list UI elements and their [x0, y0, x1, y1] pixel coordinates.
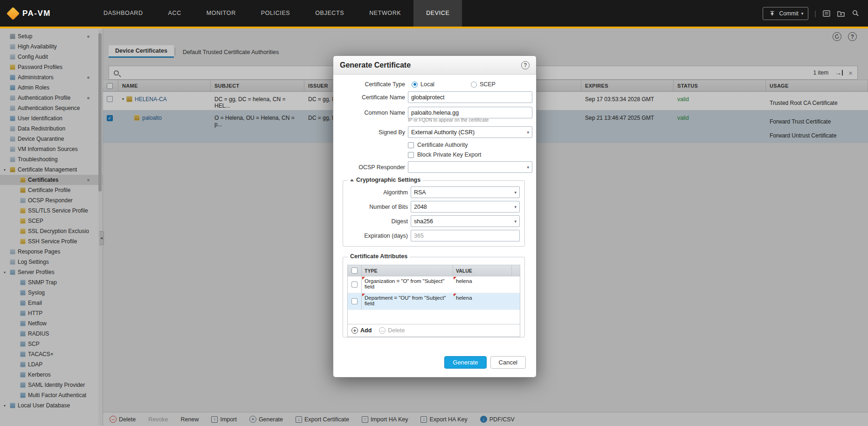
cancel-button[interactable]: Cancel	[490, 356, 526, 369]
attribute-checkbox[interactable]	[351, 282, 358, 288]
attributes-table-filler	[348, 310, 520, 324]
chevron-down-icon: ▾	[514, 190, 517, 195]
certificate-attributes-section: Certificate Attributes TYPE VALUE Organi…	[343, 257, 525, 337]
primary-nav: DASHBOARDACCMONITORPOLICIESOBJECTSNETWOR…	[91, 0, 462, 27]
commit-icon	[768, 9, 776, 18]
topbar-actions: Commit ▾ |	[763, 7, 860, 20]
radio-local-label: Local	[420, 81, 434, 88]
commit-label: Commit	[779, 10, 798, 17]
chevron-down-icon: ▾	[527, 130, 529, 135]
block-private-key-checkbox[interactable]	[408, 152, 414, 158]
certificate-name-input[interactable]	[408, 91, 532, 103]
number-of-bits-value: 2048	[414, 204, 427, 210]
tasks-icon[interactable]	[822, 9, 831, 18]
certificate-name-label: Certificate Name	[335, 94, 405, 101]
ocsp-responder-select[interactable]: ▾	[408, 161, 532, 173]
app-logo: PA-VM	[8, 9, 51, 18]
cryptographic-settings-section: Cryptographic Settings Algorithm RSA ▾ N…	[343, 180, 525, 247]
cryptographic-settings-title: Cryptographic Settings	[356, 177, 420, 183]
algorithm-value: RSA	[414, 189, 426, 196]
certificate-name-row: Certificate Name	[335, 91, 532, 103]
add-attribute-label: Add	[360, 327, 372, 334]
attribute-checkbox[interactable]	[351, 298, 358, 304]
certificate-attributes-legend: Certificate Attributes	[348, 253, 410, 260]
attributes-type-header: TYPE	[362, 265, 453, 276]
signed-by-value: External Authority (CSR)	[411, 129, 475, 136]
nav-tab-policies[interactable]: POLICIES	[248, 0, 303, 27]
commit-button[interactable]: Commit ▾	[763, 7, 808, 20]
radio-scep[interactable]: SCEP	[471, 81, 496, 88]
radio-local[interactable]: Local	[412, 81, 434, 88]
signed-by-select[interactable]: External Authority (CSR) ▾	[408, 126, 532, 138]
radio-scep-label: SCEP	[480, 81, 496, 88]
nav-tab-network[interactable]: NETWORK	[357, 0, 413, 27]
attribute-type-cell[interactable]: Department = "OU" from "Subject" field	[362, 293, 453, 309]
chevron-down-icon: ▾	[514, 219, 517, 224]
help-icon[interactable]: ?	[521, 61, 530, 69]
digest-value: sha256	[414, 218, 433, 225]
dialog-body: Certificate Type Local SCEP Certificate …	[333, 75, 536, 377]
attributes-value-header: VALUE	[453, 265, 512, 276]
block-private-key-label: Block Private Key Export	[417, 151, 482, 158]
certificate-authority-row[interactable]: Certificate Authority	[408, 142, 532, 148]
add-attribute-button[interactable]: + Add	[351, 327, 372, 334]
chevron-down-icon: ▾	[527, 165, 529, 170]
certificate-type-row: Certificate Type Local SCEP	[335, 81, 532, 88]
attribute-value-cell[interactable]: helena	[453, 293, 512, 309]
attribute-checkbox-cell	[348, 293, 362, 309]
app-logo-text: PA-VM	[22, 9, 51, 18]
certificate-authority-checkbox[interactable]	[408, 142, 414, 148]
nav-tab-monitor[interactable]: MONITOR	[194, 0, 248, 27]
radio-scep-icon	[471, 82, 477, 88]
search-icon[interactable]	[851, 9, 860, 18]
common-name-label: Common Name	[335, 110, 405, 116]
minus-circle-icon: –	[379, 327, 386, 334]
algorithm-row: Algorithm RSA ▾	[348, 186, 520, 198]
dialog-title: Generate Certificate	[340, 61, 411, 69]
delete-attribute-label: Delete	[388, 327, 405, 334]
number-of-bits-label: Number of Bits	[348, 204, 408, 210]
expiration-label: Expiration (days)	[348, 233, 408, 239]
chevron-down-icon: ▾	[801, 11, 804, 16]
nav-tab-dashboard[interactable]: DASHBOARD	[91, 0, 156, 27]
block-private-key-row[interactable]: Block Private Key Export	[408, 151, 532, 158]
dialog-buttons: Generate Cancel	[335, 337, 532, 369]
nav-tab-objects[interactable]: OBJECTS	[303, 0, 357, 27]
algorithm-label: Algorithm	[348, 189, 408, 196]
attribute-checkbox-cell	[348, 276, 362, 293]
number-of-bits-row: Number of Bits 2048 ▾	[348, 201, 520, 213]
common-name-row: Common Name	[335, 107, 532, 118]
ocsp-responder-label: OCSP Responder	[335, 164, 405, 171]
delete-attribute-button[interactable]: – Delete	[379, 327, 405, 334]
certificate-authority-label: Certificate Authority	[417, 142, 468, 148]
expiration-input[interactable]	[411, 230, 520, 241]
attribute-row[interactable]: Organization = "O" from "Subject" fieldh…	[348, 276, 520, 293]
select-all-checkbox[interactable]	[351, 268, 358, 274]
attributes-actions: + Add – Delete	[348, 324, 520, 337]
digest-select[interactable]: sha256 ▾	[411, 215, 520, 227]
number-of-bits-select[interactable]: 2048 ▾	[411, 201, 520, 213]
save-config-icon[interactable]	[837, 9, 845, 18]
certificate-type-label: Certificate Type	[335, 81, 405, 88]
digest-label: Digest	[348, 218, 408, 225]
cryptographic-settings-legend: Cryptographic Settings	[348, 177, 423, 183]
attribute-spacer	[512, 293, 520, 309]
attributes-table-header: TYPE VALUE	[348, 265, 520, 276]
plus-circle-icon: +	[351, 327, 358, 334]
common-name-input[interactable]	[408, 107, 532, 118]
attribute-row[interactable]: Department = "OU" from "Subject" fieldhe…	[348, 293, 520, 310]
radio-local-icon	[412, 82, 418, 88]
algorithm-select[interactable]: RSA ▾	[411, 186, 520, 198]
digest-row: Digest sha256 ▾	[348, 215, 520, 227]
attributes-header-checkbox-cell	[348, 265, 362, 276]
collapse-icon[interactable]	[350, 179, 354, 181]
nav-tab-device[interactable]: DEVICE	[413, 0, 462, 27]
attribute-value-cell[interactable]: helena	[453, 276, 512, 293]
signed-by-row: Signed By External Authority (CSR) ▾	[335, 126, 532, 138]
attribute-spacer	[512, 276, 520, 293]
signed-by-label: Signed By	[335, 129, 405, 136]
nav-tab-acc[interactable]: ACC	[156, 0, 194, 27]
chevron-down-icon: ▾	[514, 205, 517, 209]
generate-button[interactable]: Generate	[444, 356, 486, 369]
attribute-type-cell[interactable]: Organization = "O" from "Subject" field	[362, 276, 453, 293]
